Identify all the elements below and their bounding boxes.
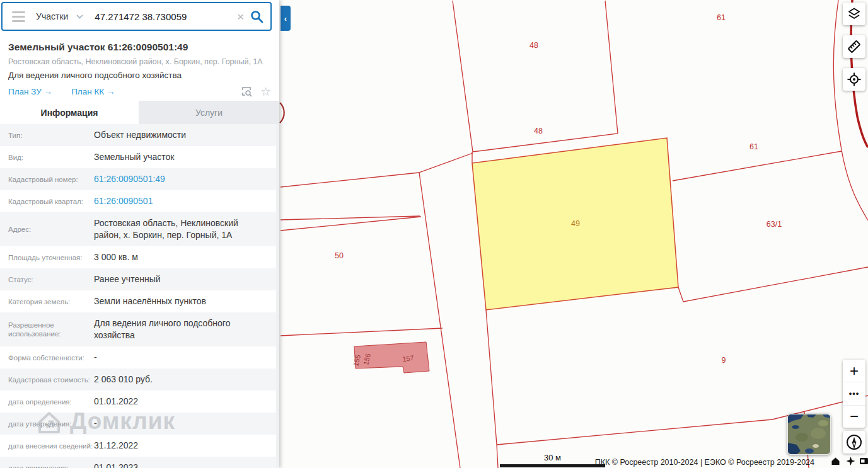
info-row-value: Для ведения личного подсобного хозяйства	[94, 317, 271, 341]
zoom-out-button[interactable]: −	[843, 405, 865, 428]
parcel-number-label: 61	[749, 142, 758, 151]
chevron-down-icon[interactable]	[76, 14, 83, 19]
parcel-number-label: 48	[534, 127, 543, 135]
info-row: Площадь уточненная:3 000 кв. м	[0, 246, 279, 268]
favorite-star-icon[interactable]: ☆	[260, 86, 271, 98]
parcel-number-label: 61	[717, 13, 726, 22]
plan-zu-link[interactable]: План ЗУ →	[8, 87, 52, 96]
layers-button[interactable]	[843, 3, 865, 25]
info-row: Категория земель:Земли населённых пункто…	[0, 290, 279, 312]
overview-minimap[interactable]	[787, 414, 831, 455]
info-row-value-link[interactable]: 61:26:0090501	[94, 195, 271, 207]
object-address: Ростовская область, Неклиновский район, …	[8, 57, 271, 66]
info-row-value: 31.12.2022	[94, 440, 271, 452]
info-row-label: Кадастровая стоимость:	[0, 375, 94, 384]
info-row-value: 2 063 010 руб.	[94, 374, 271, 385]
info-row-label: дата внесения сведений:	[0, 442, 94, 450]
tab-bar: Информация Услуги	[0, 101, 279, 124]
info-row: Кадастровая стоимость:2 063 010 руб.	[0, 368, 279, 391]
info-row-label: Площадь уточненная:	[0, 253, 94, 262]
info-row: Кадастровый квартал:61:26:0090501	[0, 190, 279, 212]
info-row: дата внесения сведений:31.12.2022	[0, 435, 279, 457]
clear-search-icon[interactable]: ×	[234, 11, 246, 23]
info-row-label: дата применения:	[0, 464, 94, 468]
position-target-icon	[847, 72, 862, 87]
zoom-to-object-icon[interactable]	[241, 86, 253, 98]
layers-icon	[847, 6, 862, 21]
search-bar: Участки ×	[1, 2, 272, 31]
crosshair-icon	[846, 457, 855, 465]
zoom-control: + ••• −	[843, 360, 865, 428]
plan-kk-link[interactable]: План КК →	[71, 87, 115, 96]
info-row: Вид:Земельный участок	[0, 146, 279, 168]
info-row-label: Категория земель:	[0, 297, 94, 306]
tab-services[interactable]: Услуги	[139, 101, 279, 124]
sidebar-collapse-button[interactable]: ‹	[281, 6, 291, 31]
scale-label: 30 м	[500, 453, 605, 462]
info-row-value-link[interactable]: 61:26:0090501:49	[94, 173, 271, 185]
home-icon	[831, 457, 840, 465]
info-row: Статус:Ранее учтенный	[0, 268, 279, 290]
info-row-value: Земли населённых пунктов	[94, 295, 271, 307]
menu-icon[interactable]	[12, 9, 25, 25]
info-row-value: Ростовская область, Неклиновский район, …	[94, 217, 271, 241]
parcel-number-label: 63/1	[767, 220, 782, 229]
info-row-label: дата определения:	[0, 397, 94, 406]
info-row: Форма собственности:-	[0, 346, 279, 368]
parcel-number-label: 9	[722, 356, 726, 365]
info-row-value: Объект недвижимости	[94, 129, 271, 141]
info-row: дата утверждения:-	[0, 413, 279, 435]
info-row-value: -	[94, 351, 271, 363]
plan-links-row: План ЗУ → План КК → ☆	[8, 86, 271, 98]
attributes-table: Тип:Объект недвижимостиВид:Земельный уча…	[0, 124, 279, 468]
app-window: 486148614963/1509155156157	[0, 0, 868, 468]
parcel-number-label: 157	[402, 354, 415, 363]
fullscreen-icon	[859, 457, 868, 465]
sidebar-scrollbar[interactable]	[276, 124, 279, 468]
home-button[interactable]	[831, 457, 840, 465]
object-summary: Земельный участок 61:26:0090501:49 Росто…	[0, 35, 279, 98]
info-row-value: -	[94, 418, 271, 430]
search-icon[interactable]	[250, 10, 263, 23]
fullscreen-button[interactable]	[859, 457, 868, 465]
search-input[interactable]	[93, 11, 219, 23]
map-attribution: ПКК © Росреестр 2010-2024 | ЕЭКО © Росре…	[595, 458, 814, 467]
zoom-menu-button[interactable]: •••	[843, 382, 865, 404]
collapse-arrow-icon: ‹	[284, 14, 287, 23]
object-actions: ☆	[241, 86, 271, 98]
measure-button[interactable]	[843, 35, 865, 58]
info-row-label: дата утверждения:	[0, 419, 94, 428]
info-row-label: Статус:	[0, 275, 94, 284]
info-row-label: Кадастровый номер:	[0, 175, 94, 184]
parcel-number-label: 50	[335, 251, 344, 260]
locate-button[interactable]	[846, 457, 855, 465]
parcel-number-label: 48	[529, 41, 538, 50]
search-category-select[interactable]: Участки	[36, 11, 68, 21]
parcel-number-label: 49	[571, 219, 580, 228]
info-row-label: Вид:	[0, 153, 94, 162]
my-position-button[interactable]	[843, 68, 865, 91]
object-title: Земельный участок 61:26:0090501:49	[8, 42, 271, 53]
info-row: Тип:Объект недвижимости	[0, 124, 279, 146]
info-row: Адрес:Ростовская область, Неклиновский р…	[0, 212, 279, 246]
info-row-label: Адрес:	[0, 225, 94, 234]
info-row-value: 3 000 кв. м	[94, 251, 271, 263]
compass-icon	[845, 433, 864, 452]
info-row: дата определения:01.01.2022	[0, 391, 279, 413]
minimap-satellite-image	[788, 414, 831, 455]
object-usage: Для ведения личного подсобного хозяйства	[8, 71, 271, 80]
info-row-value: Земельный участок	[94, 151, 271, 163]
info-row-value: Ранее учтенный	[94, 273, 271, 285]
info-row-value: 01.01.2022	[94, 396, 271, 408]
info-row: Разрешенное использование:Для ведения ли…	[0, 312, 279, 346]
compass-button[interactable]	[843, 431, 865, 454]
ruler-icon	[847, 39, 862, 54]
tab-information[interactable]: Информация	[0, 101, 139, 124]
zoom-in-button[interactable]: +	[843, 360, 865, 382]
info-row-label: Тип:	[0, 131, 94, 140]
info-row: Кадастровый номер:61:26:0090501:49	[0, 168, 279, 190]
scale-bar	[500, 464, 605, 467]
info-row-label: Форма собственности:	[0, 353, 94, 362]
info-row: дата применения:01.01.2023	[0, 457, 279, 468]
info-row-label: Кадастровый квартал:	[0, 197, 94, 206]
